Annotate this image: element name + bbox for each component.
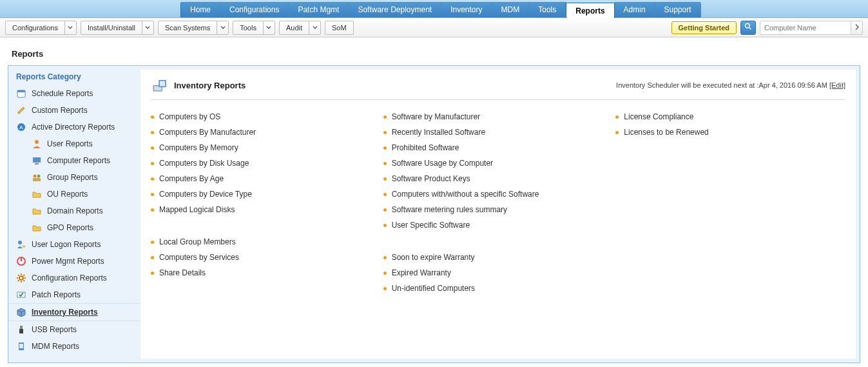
search-go-button[interactable] (851, 21, 862, 34)
menu-label: Configurations (6, 21, 64, 34)
getting-started-button[interactable]: Getting Started (671, 21, 737, 34)
configurations-menu[interactable]: Configurations (5, 21, 77, 35)
scan-systems-menu[interactable]: Scan Systems (158, 21, 229, 35)
audit-menu[interactable]: Audit (279, 21, 321, 35)
sidebar-item-label: Domain Reports (47, 206, 103, 216)
report-column: Computers by OSComputers By Manufacturer… (151, 109, 381, 296)
tab-mdm[interactable]: MDM (492, 2, 530, 17)
report-link[interactable]: Computers by Device Type (151, 186, 381, 202)
report-link[interactable]: Mapped Logical Disks (151, 202, 381, 217)
search-icon-button[interactable] (740, 21, 756, 35)
report-link[interactable]: Soon to expire Warranty (383, 250, 613, 265)
report-link[interactable]: Software Product Keys (383, 171, 613, 186)
calendar-icon (16, 88, 26, 99)
pencil-icon (16, 105, 26, 115)
sidebar-item-active-directory-reports[interactable]: AActive Directory Reports (8, 119, 140, 135)
report-link-label: Prohibited Software (392, 143, 459, 153)
menu-label: Install/Uninstall (81, 21, 142, 34)
report-columns: Computers by OSComputers By Manufacturer… (151, 109, 845, 296)
report-link[interactable]: Software Usage by Computer (383, 155, 613, 171)
report-link-label: Local Group Members (159, 237, 236, 247)
report-link[interactable]: Computers by OS (151, 109, 381, 124)
report-link[interactable]: Computers By Age (151, 171, 381, 186)
computer-search-input[interactable] (760, 21, 851, 34)
sidebar-item-label: User Logon Reports (32, 239, 101, 250)
sidebar-item-label: OU Reports (47, 189, 88, 199)
gear-icon (16, 273, 26, 283)
report-link[interactable]: Computers By Manufacturer (151, 124, 381, 140)
report-link[interactable]: Prohibited Software (383, 140, 613, 155)
install-uninstall-menu[interactable]: Install/Uninstall (81, 21, 154, 35)
tab-patch-mgmt[interactable]: Patch Mgmt (289, 2, 349, 17)
report-link-label: Soon to expire Warranty (392, 252, 475, 263)
sidebar-item-user-reports[interactable]: User Reports (8, 135, 140, 152)
sidebar-item-group-reports[interactable]: Group Reports (8, 169, 140, 186)
menu-label: Scan Systems (159, 21, 217, 34)
sidebar-item-patch-reports[interactable]: Patch Reports (8, 286, 140, 303)
report-link[interactable]: Un-identified Computers (383, 281, 613, 296)
report-link-label: Mapped Logical Disks (159, 204, 235, 215)
sidebar-item-inventory-reports[interactable]: Inventory Reports (8, 303, 140, 321)
report-link-label: Software by Manufacturer (392, 112, 480, 122)
tab-inventory[interactable]: Inventory (441, 2, 492, 17)
svg-rect-25 (160, 81, 165, 86)
sidebar-item-computer-reports[interactable]: Computer Reports (8, 152, 140, 169)
top-nav: HomeConfigurationsPatch MgmtSoftware Dep… (0, 0, 868, 18)
scheduler-info: Inventory Scheduler will be executed nex… (616, 81, 845, 89)
report-link-label: Computers By Manufacturer (159, 127, 256, 137)
report-link[interactable]: License Compliance (615, 109, 845, 124)
svg-point-16 (19, 276, 23, 280)
sidebar-item-gpo-reports[interactable]: GPO Reports (8, 219, 140, 236)
sidebar-item-label: USB Reports (32, 324, 77, 335)
report-link[interactable]: Share Details (151, 265, 381, 281)
report-link[interactable]: Computers with/without a specific Softwa… (383, 186, 613, 202)
tools-menu[interactable]: Tools (233, 21, 275, 35)
svg-point-13 (23, 245, 25, 248)
report-link[interactable]: Local Group Members (151, 234, 381, 250)
report-link[interactable]: Computers by Services (151, 250, 381, 265)
sidebar-item-label: Active Directory Reports (32, 122, 115, 132)
sidebar-item-usb-reports[interactable]: USB Reports (8, 321, 140, 338)
bullet-icon (151, 272, 154, 275)
tab-home[interactable]: Home (180, 2, 220, 17)
report-column: Software by ManufacturerRecently Install… (383, 109, 613, 296)
report-link-label: Computers By Memory (159, 143, 238, 153)
chevron-down-icon (217, 21, 228, 34)
sidebar-item-label: Configuration Reports (32, 273, 107, 283)
report-link[interactable]: Recently Installed Software (383, 124, 613, 140)
tab-admin[interactable]: Admin (615, 2, 655, 17)
report-link[interactable]: Software by Manufacturer (383, 109, 613, 124)
report-link[interactable]: Software metering rules summary (383, 202, 613, 217)
sidebar-item-mdm-reports[interactable]: MDM Reports (8, 338, 140, 355)
menu-label: Tools (233, 21, 263, 34)
sidebar-item-label: Schedule Reports (32, 88, 93, 99)
som-menu[interactable]: SoM (325, 21, 354, 35)
svg-point-10 (37, 175, 41, 178)
report-link[interactable]: Expired Warranty (383, 265, 613, 281)
sidebar-item-power-mgmt-reports[interactable]: Power Mgmt Reports (8, 253, 140, 270)
edit-link[interactable]: [Edit] (829, 81, 845, 89)
sidebar-item-custom-reports[interactable]: Custom Reports (8, 102, 140, 119)
sidebar-item-label: GPO Reports (47, 223, 93, 233)
sidebar-item-schedule-reports[interactable]: Schedule Reports (8, 85, 140, 102)
sidebar-item-configuration-reports[interactable]: Configuration Reports (8, 270, 140, 286)
sidebar: Reports Category Schedule ReportsCustom … (8, 66, 140, 362)
main-panel: Inventory Reports Inventory Scheduler wi… (140, 70, 856, 359)
report-link[interactable]: Computers By Memory (151, 140, 381, 155)
sidebar-item-ou-reports[interactable]: OU Reports (8, 186, 140, 203)
report-link[interactable]: Computers by Disk Usage (151, 155, 381, 171)
tab-configurations[interactable]: Configurations (220, 2, 289, 17)
power-icon (16, 256, 26, 266)
tab-support[interactable]: Support (655, 2, 701, 17)
report-link[interactable]: Licenses to be Renewed (615, 124, 845, 140)
tab-tools[interactable]: Tools (529, 2, 566, 17)
sidebar-item-user-logon-reports[interactable]: User Logon Reports (8, 236, 140, 253)
svg-rect-18 (20, 326, 23, 329)
sidebar-item-domain-reports[interactable]: Domain Reports (8, 203, 140, 219)
page-title: Reports (0, 37, 868, 65)
svg-point-9 (34, 175, 37, 178)
tab-software-deployment[interactable]: Software Deployment (349, 2, 441, 17)
sidebar-item-label: Patch Reports (32, 290, 81, 300)
tab-reports[interactable]: Reports (566, 3, 614, 18)
report-link[interactable]: User Specific Software (383, 217, 613, 233)
